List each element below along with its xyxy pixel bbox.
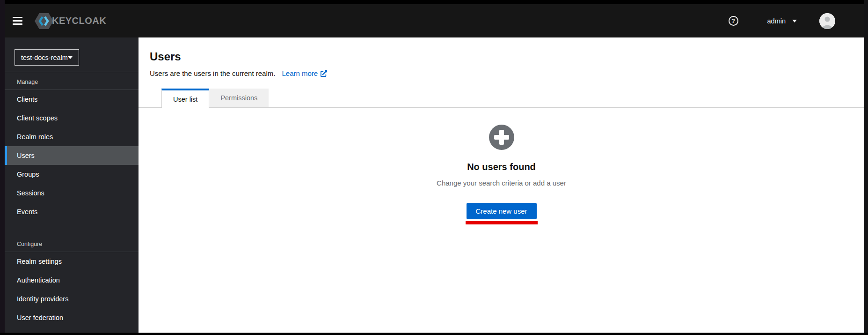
page-description: Users are the users in the current realm… [150,69,275,77]
avatar-person-icon [819,13,835,29]
page-description-row: Users are the users in the current realm… [150,69,864,77]
empty-state: No users found Change your search criter… [139,125,864,224]
nav-section-label-manage: Manage [5,72,139,89]
sidebar-item-users[interactable]: Users [5,146,139,165]
tab-bar-spacer [139,89,161,108]
nav-toggle-button[interactable] [13,15,24,27]
sidebar-item-events[interactable]: Events [5,202,139,221]
hamburger-icon [13,20,22,22]
tab-permissions[interactable]: Permissions [209,89,269,108]
chevron-down-icon [792,20,797,22]
nav-list-configure: Realm settings Authentication Identity p… [5,252,139,327]
empty-state-body: Change your search criteria or add a use… [437,179,566,187]
hamburger-icon [13,17,22,18]
sidebar-item-authentication[interactable]: Authentication [5,271,139,290]
nav-section-label-configure: Configure [5,221,139,252]
sidebar-item-identity-providers[interactable]: Identity providers [5,290,139,308]
keycloak-logo[interactable]: KEYCLOAK [35,13,106,29]
sidebar-item-user-federation[interactable]: User federation [5,308,139,327]
learn-more-label: Learn more [282,69,318,77]
keycloak-hexagon-icon [35,13,53,29]
create-new-user-button[interactable]: Create new user [467,203,537,219]
tab-bar: User list Permissions [139,89,864,108]
empty-state-title: No users found [467,162,536,172]
sidebar-item-realm-settings[interactable]: Realm settings [5,252,139,271]
sidebar-item-clients[interactable]: Clients [5,90,139,109]
plus-circle-icon [489,125,514,150]
sidebar-item-client-scopes[interactable]: Client scopes [5,109,139,127]
hamburger-icon [13,23,22,25]
realm-selector[interactable]: test-docs-realm [15,49,79,66]
realm-selector-value: test-docs-realm [21,54,68,61]
main-content: Users Users are the users in the current… [139,37,864,333]
window-frame-bottom [0,333,868,335]
sidebar: test-docs-realm Manage Clients Client sc… [5,37,139,333]
tab-bar-spacer [269,89,864,108]
sidebar-item-realm-roles[interactable]: Realm roles [5,127,139,146]
red-underline-annotation [466,221,538,224]
sidebar-item-sessions[interactable]: Sessions [5,184,139,202]
avatar[interactable] [819,13,835,29]
window-frame-right [864,0,868,335]
chevron-down-icon [68,56,73,59]
external-link-icon [321,70,327,77]
sidebar-item-groups[interactable]: Groups [5,165,139,184]
user-menu-button[interactable]: admin [767,17,797,25]
username-label: admin [767,17,786,25]
help-icon[interactable]: ? [729,16,738,26]
tab-user-list[interactable]: User list [161,89,209,108]
window-frame-top [0,0,868,4]
page-title: Users [150,50,864,63]
masthead: KEYCLOAK ? admin [5,4,864,37]
learn-more-link[interactable]: Learn more [282,69,327,77]
nav-list-manage: Clients Client scopes Realm roles Users … [5,90,139,221]
brand-text: KEYCLOAK [52,15,106,26]
window-frame-left [0,0,5,335]
